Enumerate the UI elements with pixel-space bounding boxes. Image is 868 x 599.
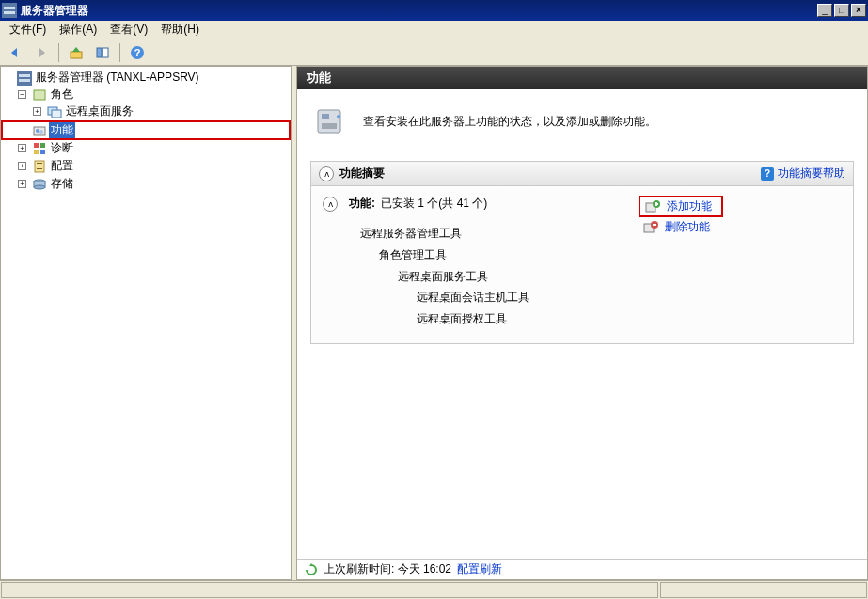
intro-text: 查看安装在此服务器上功能的状态，以及添加或删除功能。 — [363, 114, 656, 130]
svg-rect-9 — [19, 74, 30, 77]
features-icon — [32, 123, 47, 138]
window-title: 服务器管理器 — [21, 3, 815, 19]
svg-rect-38 — [653, 224, 656, 226]
svg-rect-23 — [37, 166, 42, 166]
svg-rect-10 — [19, 79, 30, 82]
refresh-icon — [305, 563, 318, 576]
app-icon — [2, 3, 17, 18]
menu-bar: 文件(F) 操作(A) 查看(V) 帮助(H) — [0, 21, 868, 39]
tree-rds[interactable]: + 远程桌面服务 — [3, 103, 289, 119]
status-bar — [0, 580, 868, 599]
menu-file[interactable]: 文件(F) — [4, 20, 52, 39]
show-hide-button[interactable] — [91, 41, 114, 64]
back-button[interactable] — [4, 41, 26, 64]
tree-diagnostics[interactable]: + 诊断 — [3, 140, 289, 156]
svg-rect-18 — [40, 143, 45, 148]
svg-rect-5 — [103, 48, 108, 57]
svg-rect-35 — [655, 202, 657, 206]
roles-icon — [32, 87, 47, 102]
close-button[interactable]: × — [851, 4, 866, 17]
features-summary-panel: ʌ 功能摘要 ? 功能摘要帮助 ʌ 功能: 已安装 1 个(共 41 个) — [310, 161, 854, 344]
svg-text:?: ? — [134, 47, 141, 58]
feature-item: 远程桌面会话主机工具 — [360, 287, 639, 308]
menu-view[interactable]: 查看(V) — [104, 20, 153, 39]
tree-root[interactable]: 服务器管理器 (TANXL-APPSRV) — [3, 70, 289, 86]
tree-pane: 服务器管理器 (TANXL-APPSRV) − 角色 + — [0, 66, 292, 580]
rds-icon — [47, 104, 62, 119]
svg-point-31 — [337, 115, 340, 118]
svg-rect-2 — [4, 11, 15, 14]
remove-icon — [642, 220, 659, 235]
feature-item: 远程桌面服务工具 — [360, 266, 639, 288]
help-icon: ? — [761, 167, 774, 181]
maximize-button[interactable]: □ — [834, 4, 849, 17]
storage-icon — [32, 177, 47, 192]
svg-rect-3 — [71, 52, 82, 58]
up-button[interactable] — [65, 41, 87, 64]
tree-features[interactable]: 功能 — [3, 122, 289, 138]
panel-title: 功能摘要 — [339, 166, 761, 181]
remove-features-link[interactable]: 删除功能 — [639, 217, 845, 237]
svg-point-16 — [39, 130, 43, 134]
svg-rect-29 — [322, 114, 329, 119]
refresh-bar: 上次刷新时间: 今天 16:02 配置刷新 — [297, 559, 867, 579]
status-cell — [660, 582, 867, 598]
separator — [119, 43, 120, 62]
section-collapse-button[interactable]: ʌ — [323, 197, 338, 212]
menu-action[interactable]: 操作(A) — [54, 20, 103, 39]
svg-rect-8 — [17, 71, 32, 86]
svg-rect-19 — [34, 150, 39, 154]
feature-item: 远程桌面授权工具 — [360, 308, 639, 330]
installed-features-list: 远程服务器管理工具 角色管理工具 远程桌面服务工具 远程桌面会话主机工具 远程桌… — [319, 223, 639, 330]
svg-point-15 — [36, 129, 39, 133]
add-icon — [644, 199, 661, 214]
svg-point-27 — [34, 185, 45, 189]
svg-rect-11 — [34, 90, 45, 100]
toolbar: ? — [0, 39, 868, 66]
expand-toggle[interactable]: + — [33, 107, 41, 116]
help-button[interactable]: ? — [126, 41, 149, 64]
add-features-link[interactable]: 添加功能 — [639, 196, 723, 217]
svg-rect-24 — [37, 168, 42, 169]
feature-item: 角色管理工具 — [360, 244, 639, 266]
tree-storage[interactable]: + 存储 — [3, 176, 289, 192]
svg-rect-14 — [34, 127, 45, 135]
feature-item: 远程服务器管理工具 — [360, 223, 639, 244]
svg-rect-17 — [34, 143, 39, 148]
svg-rect-28 — [318, 110, 340, 133]
menu-help[interactable]: 帮助(H) — [155, 20, 205, 39]
configuration-icon — [32, 159, 47, 174]
panel-collapse-button[interactable]: ʌ — [319, 166, 334, 181]
svg-rect-20 — [40, 150, 45, 154]
svg-rect-13 — [52, 110, 61, 118]
server-manager-icon — [17, 71, 32, 86]
separator — [58, 43, 59, 62]
server-illustration-icon — [314, 104, 348, 138]
refresh-label: 上次刷新时间: 今天 16:02 — [324, 561, 451, 577]
svg-rect-30 — [322, 123, 337, 129]
content-pane: 功能 查看安装在此服务器上功能的状态，以及添加或删除功能。 ʌ 功能摘要 — [296, 66, 868, 580]
svg-rect-22 — [37, 163, 42, 164]
tree-roles[interactable]: − 角色 — [3, 87, 289, 102]
expand-toggle[interactable]: + — [18, 180, 26, 188]
summary-label: 功能: — [349, 196, 375, 212]
svg-rect-4 — [97, 48, 102, 57]
content-header: 功能 — [297, 67, 867, 89]
svg-rect-1 — [4, 7, 15, 9]
minimize-button[interactable]: _ — [817, 4, 832, 17]
configure-refresh-link[interactable]: 配置刷新 — [457, 561, 502, 577]
summary-value: 已安装 1 个(共 41 个) — [381, 196, 487, 212]
diagnostics-icon — [32, 141, 47, 156]
forward-button[interactable] — [30, 41, 53, 64]
expand-toggle[interactable]: + — [18, 144, 26, 152]
expand-toggle[interactable]: + — [18, 162, 26, 170]
help-link[interactable]: ? 功能摘要帮助 — [761, 166, 845, 181]
tree-configuration[interactable]: + 配置 — [3, 158, 289, 174]
status-cell — [1, 582, 658, 598]
collapse-toggle[interactable]: − — [18, 90, 26, 99]
svg-rect-0 — [2, 3, 17, 18]
